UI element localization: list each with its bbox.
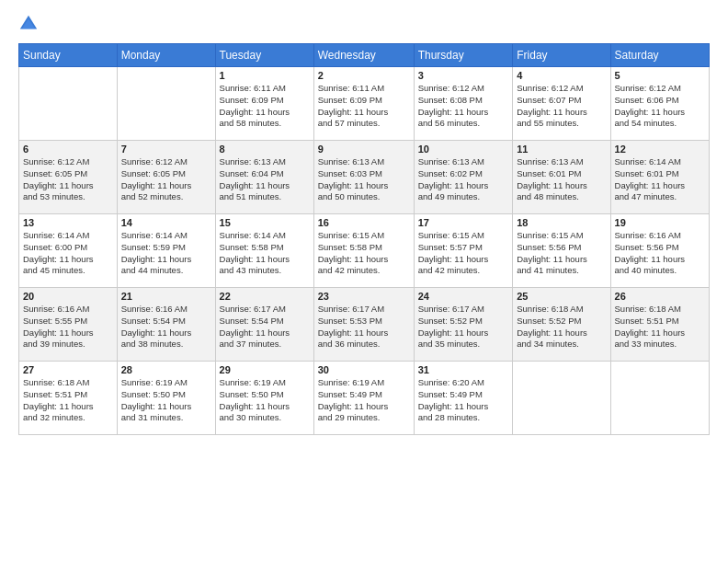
- day-info: Sunrise: 6:12 AM Sunset: 6:05 PM Dayligh…: [23, 156, 113, 203]
- calendar-cell: 5Sunrise: 6:12 AM Sunset: 6:06 PM Daylig…: [610, 67, 709, 141]
- weekday-header-wednesday: Wednesday: [313, 44, 414, 67]
- day-info: Sunrise: 6:13 AM Sunset: 6:01 PM Dayligh…: [517, 156, 606, 203]
- calendar-cell: [610, 362, 709, 435]
- calendar-cell: 17Sunrise: 6:15 AM Sunset: 5:57 PM Dayli…: [414, 214, 513, 288]
- day-info: Sunrise: 6:17 AM Sunset: 5:54 PM Dayligh…: [220, 304, 310, 350]
- day-number: 9: [318, 144, 410, 155]
- day-number: 8: [220, 144, 310, 155]
- day-info: Sunrise: 6:17 AM Sunset: 5:52 PM Dayligh…: [418, 304, 509, 350]
- day-info: Sunrise: 6:19 AM Sunset: 5:49 PM Dayligh…: [318, 377, 410, 424]
- calendar-week-2: 6Sunrise: 6:12 AM Sunset: 6:05 PM Daylig…: [19, 141, 710, 214]
- day-info: Sunrise: 6:11 AM Sunset: 6:09 PM Dayligh…: [220, 83, 310, 130]
- calendar-cell: 9Sunrise: 6:13 AM Sunset: 6:03 PM Daylig…: [313, 141, 414, 214]
- calendar-cell: [117, 67, 215, 141]
- day-info: Sunrise: 6:18 AM Sunset: 5:52 PM Dayligh…: [517, 304, 606, 350]
- weekday-header-row: SundayMondayTuesdayWednesdayThursdayFrid…: [19, 44, 710, 67]
- calendar-cell: 6Sunrise: 6:12 AM Sunset: 6:05 PM Daylig…: [19, 141, 118, 214]
- day-info: Sunrise: 6:18 AM Sunset: 5:51 PM Dayligh…: [615, 304, 705, 350]
- calendar-week-3: 13Sunrise: 6:14 AM Sunset: 6:00 PM Dayli…: [19, 214, 710, 288]
- calendar-cell: 14Sunrise: 6:14 AM Sunset: 5:59 PM Dayli…: [117, 214, 215, 288]
- calendar-cell: 19Sunrise: 6:16 AM Sunset: 5:56 PM Dayli…: [610, 214, 709, 288]
- day-number: 31: [418, 364, 509, 375]
- weekday-header-thursday: Thursday: [414, 44, 513, 67]
- day-number: 28: [121, 364, 211, 375]
- day-number: 6: [23, 144, 113, 155]
- day-info: Sunrise: 6:16 AM Sunset: 5:54 PM Dayligh…: [121, 304, 211, 350]
- day-info: Sunrise: 6:15 AM Sunset: 5:56 PM Dayligh…: [517, 230, 606, 277]
- day-number: 11: [517, 144, 606, 155]
- day-number: 2: [318, 70, 410, 81]
- day-info: Sunrise: 6:14 AM Sunset: 6:00 PM Dayligh…: [23, 230, 113, 277]
- calendar-cell: 25Sunrise: 6:18 AM Sunset: 5:52 PM Dayli…: [513, 288, 610, 362]
- page-header: [18, 14, 710, 34]
- day-info: Sunrise: 6:17 AM Sunset: 5:53 PM Dayligh…: [318, 304, 410, 350]
- day-info: Sunrise: 6:16 AM Sunset: 5:56 PM Dayligh…: [615, 230, 705, 277]
- calendar-week-5: 27Sunrise: 6:18 AM Sunset: 5:51 PM Dayli…: [19, 362, 710, 435]
- day-number: 19: [615, 217, 705, 228]
- day-info: Sunrise: 6:16 AM Sunset: 5:55 PM Dayligh…: [23, 304, 113, 350]
- day-number: 24: [418, 291, 509, 302]
- day-number: 7: [121, 144, 211, 155]
- day-number: 15: [220, 217, 310, 228]
- day-number: 29: [220, 364, 310, 375]
- day-number: 21: [121, 291, 211, 302]
- calendar-cell: 1Sunrise: 6:11 AM Sunset: 6:09 PM Daylig…: [215, 67, 313, 141]
- calendar-header: SundayMondayTuesdayWednesdayThursdayFrid…: [19, 44, 710, 67]
- day-number: 13: [23, 217, 113, 228]
- logo-icon: [18, 14, 39, 34]
- day-info: Sunrise: 6:20 AM Sunset: 5:49 PM Dayligh…: [418, 377, 509, 424]
- day-info: Sunrise: 6:13 AM Sunset: 6:02 PM Dayligh…: [418, 156, 509, 203]
- day-number: 23: [318, 291, 410, 302]
- calendar-cell: 15Sunrise: 6:14 AM Sunset: 5:58 PM Dayli…: [215, 214, 313, 288]
- day-info: Sunrise: 6:12 AM Sunset: 6:05 PM Dayligh…: [121, 156, 211, 203]
- weekday-header-sunday: Sunday: [19, 44, 118, 67]
- day-number: 4: [517, 70, 606, 81]
- weekday-header-friday: Friday: [513, 44, 610, 67]
- calendar-cell: 11Sunrise: 6:13 AM Sunset: 6:01 PM Dayli…: [513, 141, 610, 214]
- day-number: 1: [220, 70, 310, 81]
- calendar-cell: 31Sunrise: 6:20 AM Sunset: 5:49 PM Dayli…: [414, 362, 513, 435]
- weekday-header-saturday: Saturday: [610, 44, 709, 67]
- weekday-header-monday: Monday: [117, 44, 215, 67]
- calendar-body: 1Sunrise: 6:11 AM Sunset: 6:09 PM Daylig…: [19, 67, 710, 435]
- day-number: 3: [418, 70, 509, 81]
- day-info: Sunrise: 6:14 AM Sunset: 5:58 PM Dayligh…: [220, 230, 310, 277]
- day-info: Sunrise: 6:13 AM Sunset: 6:03 PM Dayligh…: [318, 156, 410, 203]
- day-info: Sunrise: 6:18 AM Sunset: 5:51 PM Dayligh…: [23, 377, 113, 424]
- calendar-cell: 20Sunrise: 6:16 AM Sunset: 5:55 PM Dayli…: [19, 288, 118, 362]
- calendar-cell: 28Sunrise: 6:19 AM Sunset: 5:50 PM Dayli…: [117, 362, 215, 435]
- calendar-cell: 10Sunrise: 6:13 AM Sunset: 6:02 PM Dayli…: [414, 141, 513, 214]
- day-info: Sunrise: 6:11 AM Sunset: 6:09 PM Dayligh…: [318, 83, 410, 130]
- day-number: 17: [418, 217, 509, 228]
- calendar-cell: 23Sunrise: 6:17 AM Sunset: 5:53 PM Dayli…: [313, 288, 414, 362]
- day-number: 14: [121, 217, 211, 228]
- day-info: Sunrise: 6:14 AM Sunset: 5:59 PM Dayligh…: [121, 230, 211, 277]
- calendar-cell: 27Sunrise: 6:18 AM Sunset: 5:51 PM Dayli…: [19, 362, 118, 435]
- calendar-week-1: 1Sunrise: 6:11 AM Sunset: 6:09 PM Daylig…: [19, 67, 710, 141]
- logo: [18, 14, 42, 34]
- calendar-cell: [19, 67, 118, 141]
- day-number: 16: [318, 217, 410, 228]
- day-info: Sunrise: 6:12 AM Sunset: 6:08 PM Dayligh…: [418, 83, 509, 130]
- day-number: 18: [517, 217, 606, 228]
- calendar-cell: 21Sunrise: 6:16 AM Sunset: 5:54 PM Dayli…: [117, 288, 215, 362]
- calendar-cell: 12Sunrise: 6:14 AM Sunset: 6:01 PM Dayli…: [610, 141, 709, 214]
- calendar-table: SundayMondayTuesdayWednesdayThursdayFrid…: [18, 43, 710, 435]
- day-info: Sunrise: 6:15 AM Sunset: 5:58 PM Dayligh…: [318, 230, 410, 277]
- calendar-cell: 26Sunrise: 6:18 AM Sunset: 5:51 PM Dayli…: [610, 288, 709, 362]
- calendar-cell: 16Sunrise: 6:15 AM Sunset: 5:58 PM Dayli…: [313, 214, 414, 288]
- calendar-cell: 30Sunrise: 6:19 AM Sunset: 5:49 PM Dayli…: [313, 362, 414, 435]
- calendar-cell: 2Sunrise: 6:11 AM Sunset: 6:09 PM Daylig…: [313, 67, 414, 141]
- calendar-cell: [513, 362, 610, 435]
- calendar-cell: 22Sunrise: 6:17 AM Sunset: 5:54 PM Dayli…: [215, 288, 313, 362]
- day-number: 5: [615, 70, 705, 81]
- calendar-cell: 7Sunrise: 6:12 AM Sunset: 6:05 PM Daylig…: [117, 141, 215, 214]
- day-number: 25: [517, 291, 606, 302]
- calendar-cell: 24Sunrise: 6:17 AM Sunset: 5:52 PM Dayli…: [414, 288, 513, 362]
- calendar-cell: 8Sunrise: 6:13 AM Sunset: 6:04 PM Daylig…: [215, 141, 313, 214]
- calendar-page: SundayMondayTuesdayWednesdayThursdayFrid…: [0, 0, 728, 563]
- day-number: 12: [615, 144, 705, 155]
- calendar-cell: 18Sunrise: 6:15 AM Sunset: 5:56 PM Dayli…: [513, 214, 610, 288]
- calendar-week-4: 20Sunrise: 6:16 AM Sunset: 5:55 PM Dayli…: [19, 288, 710, 362]
- day-number: 26: [615, 291, 705, 302]
